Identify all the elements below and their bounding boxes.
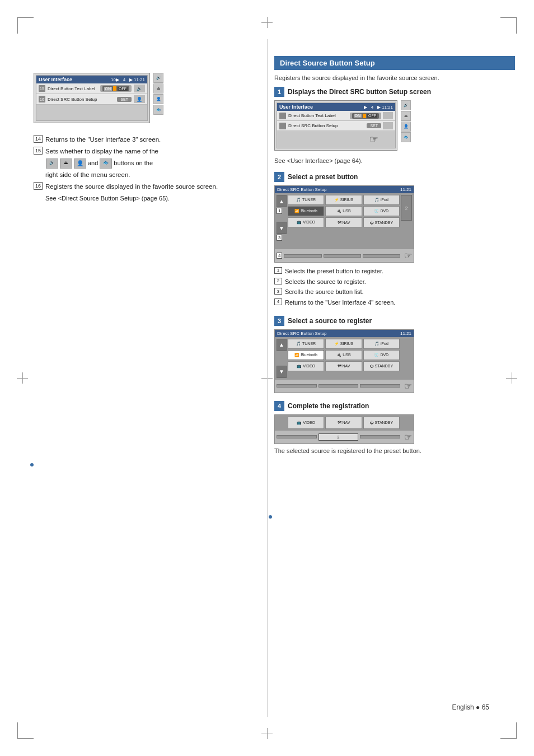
on-off-switch[interactable]: ON OFF (102, 86, 130, 91)
src-btn-tuner[interactable]: 🎵 TUNER (288, 195, 324, 205)
step1-row-num1 (279, 113, 286, 119)
step1-ui-meta: ▶ 4 ▶ 11:21 (364, 105, 393, 110)
step3-btn-row3: 📺 VIDEO 🗺 NAV ⏻ STANDBY (288, 361, 400, 371)
step2-spacer2 (401, 235, 412, 248)
step3-bottom-btn2[interactable] (318, 384, 359, 388)
anno-item-4: 4 Returns to the "User Interface 4" scre… (274, 297, 515, 308)
step1-ui-title-bar: User Interface ▶ 4 ▶ 11:21 (277, 103, 395, 111)
item-text-15: Sets whether to display the name of the (45, 146, 246, 156)
anno-item-1: 1 Selects the preset button to register. (274, 266, 515, 277)
item-16-see: See <Direct Source Button Setup> (page 6… (45, 194, 246, 204)
step-2-header: 2 Select a preset button (274, 172, 515, 182)
anno-item-3: 3 Scrolls the source button list. (274, 287, 515, 297)
step2-up-btn[interactable]: ▲ (277, 195, 287, 207)
step3-btn-ipod[interactable]: 🎵 iPod (363, 339, 400, 349)
src-btn-ipod[interactable]: 🎵 iPod (363, 195, 400, 205)
step-1-section: 1 Displays the Direct SRC button Setup s… (274, 87, 515, 164)
step3-btn-video[interactable]: 📺 VIDEO (288, 361, 324, 371)
left-ui-meta: 10▶ 4 ▶ 11:21 (111, 77, 145, 82)
item-14: 14 Returns to the "User Interface 3" scr… (34, 134, 246, 144)
step2-bottom-btn3[interactable] (363, 254, 400, 258)
step1-row-set: SET (367, 123, 381, 128)
crosshair-left (17, 372, 28, 384)
step2-src-title-bar: Direct SRC Button Setup 11:21 (275, 186, 414, 193)
column-divider (267, 39, 268, 717)
left-ui-title: User Interface (39, 77, 72, 82)
step3-side-col: ▲ ▼ (277, 339, 287, 378)
step2-side-col: ▲ 1 ▼ 3 (277, 195, 287, 248)
step-1-header: 1 Displays the Direct SRC button Setup s… (274, 87, 515, 97)
corner-mark-br (500, 722, 517, 739)
step3-right-col (401, 339, 412, 378)
step2-btn-row1: 🎵 TUNER ⚡ SIRIUS 🎵 iPod (288, 195, 400, 205)
item-num-15: 15 (34, 147, 43, 155)
anno-text-1: Selects the preset button to register. (285, 266, 383, 277)
side-icon-2: 👤 (134, 95, 145, 103)
step3-btn-dvd[interactable]: 💿 DVD (363, 350, 400, 360)
step1-side-sound: 🔊 (401, 100, 411, 110)
step4-bottom-btn2[interactable]: 2 (318, 433, 359, 441)
step1-hand-icon: ☞ (369, 133, 378, 146)
step2-src-time: 11:21 (400, 187, 411, 192)
step3-btn-usb[interactable]: 🔌 USB (325, 350, 362, 360)
step3-bottom-btn1[interactable] (277, 384, 317, 388)
step4-bottom-btn3[interactable] (360, 435, 400, 438)
step3-hand: ☞ (404, 381, 412, 391)
corner-mark-tr (500, 17, 517, 34)
step4-btn-nav[interactable]: 🗺 NAV (325, 417, 362, 429)
src-btn-video[interactable]: 📺 VIDEO (288, 217, 324, 227)
switch-indicator (113, 86, 116, 91)
step2-bottom-bar: 4 ☞ (275, 249, 414, 262)
mini-icon-4: 🐟 (100, 158, 112, 169)
side-icon-1: 🔊 (134, 85, 145, 92)
item-text-14: Returns to the "User Interface 3" screen… (45, 134, 246, 144)
step3-btn-bluetooth[interactable]: 📶 Bluetooth (288, 350, 324, 360)
step4-top-row: 📺 VIDEO 🗺 NAV ⏻ STANDBY (275, 415, 414, 431)
step4-btn-video[interactable]: 📺 VIDEO (288, 417, 324, 429)
step3-btn-standby[interactable]: ⏻ STANDBY (363, 361, 400, 371)
step3-btn-sirius[interactable]: ⚡ SIRIUS (325, 339, 362, 349)
step4-side-spacer (277, 417, 287, 429)
step3-src-time: 11:21 (400, 331, 411, 336)
src-btn-standby[interactable]: ⏻ STANDBY (363, 217, 400, 227)
step4-btn-standby[interactable]: ⏻ STANDBY (363, 417, 400, 429)
corner-mark-tl (17, 17, 34, 34)
mini-icon-1: 🔊 (46, 158, 58, 169)
icon-row: 🔊 ⏏ 👤 and 🐟 buttons on the (46, 158, 246, 169)
step4-bottom-btn1[interactable] (277, 435, 317, 438)
step-2-title: Select a preset button (288, 173, 358, 181)
step2-bottom-btn2[interactable] (324, 254, 361, 258)
step1-on-off[interactable]: ON OFF (352, 113, 380, 119)
item-16: 16 Registers the source displayed in the… (34, 181, 246, 192)
step1-side-fish: 🐟 (401, 132, 411, 142)
step2-right-col: 2 (401, 195, 412, 248)
src-btn-nav[interactable]: 🗺 NAV (325, 217, 362, 227)
crosshair-top (261, 17, 273, 28)
src-btn-dvd[interactable]: 💿 DVD (363, 206, 400, 216)
src-btn-bluetooth[interactable]: 📶 Bluetooth (288, 206, 324, 216)
src-btn-sirius[interactable]: ⚡ SIRIUS (325, 195, 362, 205)
step2-anno3: 3 (277, 235, 287, 248)
src-btn-usb[interactable]: 🔌 USB (325, 206, 362, 216)
item-text-15b: right side of the menu screen. (45, 170, 246, 180)
step-3-section: 3 Select a source to register Direct SRC… (274, 316, 515, 393)
step3-bottom-bar: ☞ (275, 380, 414, 393)
step3-up-btn[interactable]: ▲ (277, 339, 287, 351)
step-1-title: Displays the Direct SRC button Setup scr… (288, 88, 431, 96)
step3-btn-tuner[interactable]: 🎵 TUNER (288, 339, 324, 349)
step3-btn-nav[interactable]: 🗺 NAV (325, 361, 362, 371)
step2-anno4: 4 (277, 253, 282, 259)
left-ui-screenshot-wrapper: User Interface 10▶ 4 ▶ 11:21 15 Direct B… (34, 73, 150, 127)
buttons-text: buttons on the (114, 158, 153, 169)
and-text: and (88, 158, 98, 169)
corner-mark-bl (17, 722, 34, 739)
step3-down-btn[interactable]: ▼ (277, 366, 287, 378)
step2-bottom-btn1[interactable] (284, 254, 321, 258)
step2-down-btn[interactable]: ▼ (277, 222, 287, 234)
anno-text-3: Scrolls the source button list. (285, 287, 364, 297)
step4-right-spacer (401, 417, 412, 429)
step3-bottom-btn3[interactable] (360, 384, 400, 388)
bullet-dot-left (30, 463, 34, 466)
step3-btn-row2: 📶 Bluetooth 🔌 USB 💿 DVD (288, 350, 400, 360)
step1-side-icon2 (383, 122, 393, 129)
